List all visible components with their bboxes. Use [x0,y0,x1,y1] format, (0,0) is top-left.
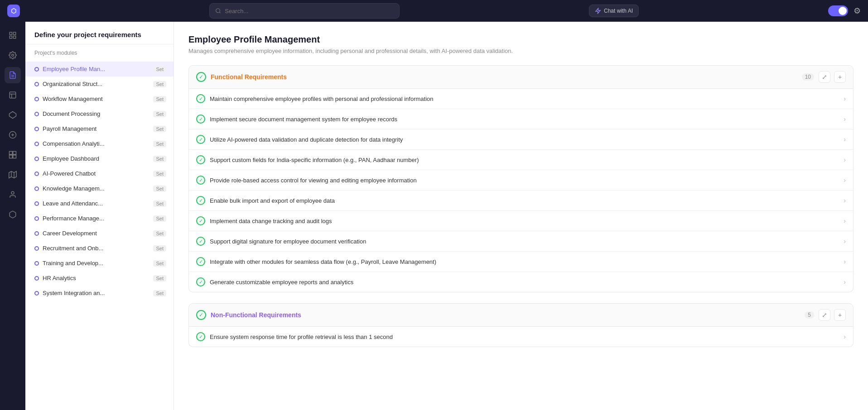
req-item[interactable]: ✓ Provide role-based access control for … [189,170,853,191]
req-item-arrow-icon: › [844,217,846,224]
module-dot [34,246,39,251]
req-item[interactable]: ✓ Integrate with other modules for seaml… [189,252,853,272]
req-item[interactable]: ✓ Support custom fields for India-specif… [189,150,853,170]
req-item-arrow-icon: › [844,176,846,184]
module-name: Organizational Struct... [43,81,149,87]
module-name: Employee Profile Man... [43,66,149,72]
module-name: Knowledge Managem... [43,185,149,192]
req-item-check-icon: ✓ [196,216,205,225]
chat-ai-button[interactable]: Chat with AI [589,5,639,17]
sidebar-icon-flow[interactable] [5,107,21,123]
req-item[interactable]: ✓ Utilize AI-powered data validation and… [189,129,853,150]
module-item[interactable]: Workflow Management Set [25,91,174,106]
module-item[interactable]: Employee Profile Man... Set [25,62,174,76]
req-section-title: Non-Functional Requirements [211,311,800,319]
req-item-text: Maintain comprehensive employee profiles… [210,95,839,102]
module-item[interactable]: Payroll Management Set [25,121,174,136]
svg-rect-5 [10,36,12,38]
req-item-arrow-icon: › [844,238,846,245]
module-item[interactable]: Knowledge Managem... Set [25,181,174,196]
project-panel: Define your project requirements Project… [25,22,174,410]
settings-icon[interactable]: ⚙ [854,6,861,16]
module-item[interactable]: HR Analytics Set [25,271,174,286]
sidebar-icon-settings[interactable] [5,47,21,63]
module-name: Compensation Analyti... [43,140,149,147]
req-item[interactable]: ✓ Support digital signature for employee… [189,231,853,252]
module-name: Document Processing [43,110,149,117]
req-section: ✓ Non-Functional Requirements 5 ⤢ + ✓ En… [188,303,854,347]
req-item[interactable]: ✓ Implement data change tracking and aud… [189,211,853,231]
req-item-arrow-icon: › [844,136,846,143]
module-badge: Set [153,275,166,281]
app-logo: ⬡ [7,5,20,17]
req-item[interactable]: ✓ Enable bulk import and export of emplo… [189,191,853,211]
module-item[interactable]: Document Processing Set [25,106,174,121]
req-item[interactable]: ✓ Generate customizable employee reports… [189,272,853,292]
req-item-text: Implement data change tracking and audit… [210,218,839,224]
req-add-button[interactable]: + [834,71,846,83]
req-count: 10 [802,73,814,81]
module-item[interactable]: Recruitment and Onb... Set [25,241,174,256]
req-item-check-icon: ✓ [196,155,205,164]
svg-line-1 [219,12,220,13]
module-item[interactable]: Performance Manage... Set [25,211,174,226]
req-count: 5 [805,311,814,319]
sidebar-icon-grid[interactable] [5,27,21,43]
req-section: ✓ Functional Requirements 10 ⤢ + ✓ Maint… [188,65,854,292]
svg-rect-15 [10,152,13,155]
modules-list: Employee Profile Man... Set Organization… [25,60,174,410]
svg-rect-16 [13,152,16,155]
req-expand-button[interactable]: ⤢ [819,309,830,321]
sidebar-icon-user[interactable] [5,186,21,203]
module-badge: Set [153,96,166,102]
module-item[interactable]: Organizational Struct... Set [25,76,174,91]
sidebar-icon-document[interactable] [5,67,21,83]
module-badge: Set [153,215,166,222]
sidebar-icon-map[interactable] [5,167,21,183]
module-item[interactable]: Career Development Set [25,226,174,241]
req-section-check-icon: ✓ [196,72,206,82]
module-item[interactable]: System Integration an... Set [25,286,174,300]
module-item[interactable]: Training and Develop... Set [25,256,174,271]
module-badge: Set [153,290,166,296]
module-item[interactable]: Leave and Attendanc... Set [25,196,174,211]
sidebar-icon-apps[interactable] [5,147,21,163]
module-dot [34,261,39,266]
module-name: System Integration an... [43,290,149,296]
module-item[interactable]: Employee Dashboard Set [25,151,174,166]
module-item[interactable]: Compensation Analyti... Set [25,136,174,151]
search-bar[interactable] [209,3,400,19]
svg-rect-4 [14,32,16,34]
module-name: AI-Powered Chatbot [43,170,149,177]
req-items: ✓ Maintain comprehensive employee profil… [188,89,854,292]
module-dot [34,157,39,161]
svg-rect-6 [14,36,16,38]
sidebar-icon-grid2[interactable] [5,87,21,103]
toggle-switch[interactable] [828,5,848,16]
req-expand-button[interactable]: ⤢ [819,71,830,83]
req-item[interactable]: ✓ Ensure system response time for profil… [189,327,853,347]
module-badge: Set [153,66,166,72]
module-badge: Set [153,126,166,132]
module-dot [34,97,39,101]
main-layout: Define your project requirements Project… [0,22,868,410]
module-badge: Set [153,245,166,252]
req-item[interactable]: ✓ Maintain comprehensive employee profil… [189,89,853,109]
svg-point-22 [11,191,14,194]
req-item-text: Generate customizable employee reports a… [210,279,839,286]
sidebar-icon-group[interactable] [5,127,21,143]
req-item-check-icon: ✓ [196,176,205,185]
module-name: Leave and Attendanc... [43,200,149,207]
req-add-button[interactable]: + [834,309,846,321]
search-icon [215,8,221,14]
topbar: ⬡ Chat with AI ⚙ [0,0,868,22]
module-name: Career Development [43,230,149,237]
module-name: Employee Dashboard [43,155,149,162]
req-item-text: Utilize AI-powered data validation and d… [210,136,839,143]
sidebar-icon-box[interactable] [5,206,21,223]
req-item[interactable]: ✓ Implement secure document management s… [189,109,853,129]
module-badge: Set [153,156,166,162]
req-section-header: ✓ Functional Requirements 10 ⤢ + [188,65,854,89]
module-item[interactable]: AI-Powered Chatbot Set [25,166,174,181]
search-input[interactable] [225,8,394,14]
